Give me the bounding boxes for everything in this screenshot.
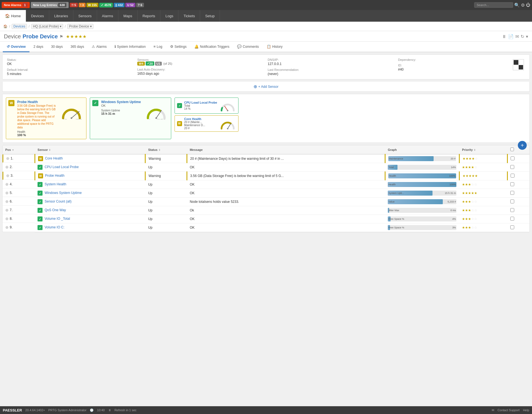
pause-button[interactable]: ⏸: [502, 34, 506, 39]
refresh-button[interactable]: ↻: [521, 34, 524, 39]
up-sensor-badge[interactable]: ✓ 20: [146, 61, 154, 66]
priority-stars[interactable]: ★★★★★: [462, 191, 477, 195]
nav-sensors[interactable]: Sensors: [73, 10, 97, 22]
drag-handle[interactable]: ⊕: [6, 173, 9, 178]
priority-stars[interactable]: ★★★☆☆: [462, 226, 477, 230]
new-alarms-button[interactable]: New Alarms 1: [2, 2, 30, 8]
priority-stars[interactable]: ★★★★☆: [462, 165, 477, 169]
checkbox-cell[interactable]: [508, 154, 529, 163]
sensor-name-link[interactable]: Windows System Uptime: [44, 191, 81, 195]
sensor-name-link[interactable]: CPU Load Local Probe: [44, 165, 79, 169]
row-checkbox[interactable]: [510, 165, 514, 169]
checkbox-cell[interactable]: [508, 223, 529, 232]
favorite-icon[interactable]: ⚑: [59, 34, 63, 39]
unknown-sensor-badge[interactable]: U 1: [155, 62, 162, 66]
row-checkbox[interactable]: [511, 156, 514, 160]
error-badge[interactable]: ! 3: [79, 3, 86, 7]
drag-handle[interactable]: ⊕: [5, 182, 9, 186]
priority-stars[interactable]: ★★★☆☆: [462, 217, 477, 221]
windows-uptime-name[interactable]: Windows System Uptime: [101, 100, 141, 104]
drag-handle[interactable]: ⊕: [6, 156, 9, 161]
sensor-name-link[interactable]: Volume IO C:: [44, 225, 64, 229]
cpu-name[interactable]: CPU Load Local Probe: [184, 101, 217, 104]
select-all-checkbox[interactable]: [510, 148, 514, 151]
nav-tickets[interactable]: Tickets: [178, 10, 200, 22]
breadcrumb-hq[interactable]: HQ (Local Probe) ▾: [31, 24, 63, 29]
priority-stars[interactable]: ★★★☆☆: [462, 200, 477, 204]
priority-stars[interactable]: ★★★☆☆: [462, 183, 477, 186]
sensor-name-link[interactable]: QoS One Way: [44, 208, 66, 212]
more-button[interactable]: ▾: [526, 34, 528, 39]
nav-reports[interactable]: Reports: [138, 10, 161, 22]
col-pos[interactable]: Pos ▼: [3, 145, 35, 154]
tab-365days[interactable]: 365 days: [67, 42, 88, 52]
nav-home[interactable]: 🏠 Home: [0, 10, 26, 22]
export-button[interactable]: 📄: [508, 34, 514, 39]
row-checkbox[interactable]: [510, 199, 514, 203]
tab-notifications[interactable]: 🔔 Notification Triggers: [190, 42, 233, 52]
drag-handle[interactable]: ⊕: [5, 191, 9, 195]
row-checkbox[interactable]: [510, 225, 514, 229]
row-checkbox[interactable]: [510, 191, 514, 195]
add-sensor-button[interactable]: ⊕ + Add Sensor: [253, 84, 278, 89]
log-entries-button[interactable]: New Log Entries 638: [31, 2, 69, 8]
nav-logs[interactable]: Logs: [160, 10, 178, 22]
power-button[interactable]: ⏻: [526, 3, 530, 8]
warning-badge[interactable]: W 155: [86, 3, 99, 7]
drag-handle[interactable]: ⊕: [5, 216, 9, 221]
checkbox-cell[interactable]: [508, 180, 529, 189]
tab-2days[interactable]: 2 days: [29, 42, 47, 52]
tab-alarms[interactable]: ⚠ Alarms: [88, 42, 110, 52]
up-badge[interactable]: ✓ 4578: [99, 3, 113, 8]
priority-stars[interactable]: ★★★★★: [463, 174, 478, 178]
drag-handle[interactable]: ⊕: [5, 208, 9, 212]
core-name[interactable]: Core Health: [184, 117, 217, 121]
email-button[interactable]: ✉: [515, 34, 519, 39]
breadcrumb-devices[interactable]: Devices: [12, 24, 27, 29]
add-sensor-fab[interactable]: +: [518, 141, 527, 150]
priority-stars[interactable]: ★★★★☆: [463, 157, 478, 161]
sensor-name-link[interactable]: Sensor Count (all): [44, 199, 71, 203]
tab-settings[interactable]: ⚙ Settings: [166, 42, 190, 52]
sensor-name-link[interactable]: Probe Health: [45, 174, 64, 178]
probe-health-name[interactable]: Probe Health: [17, 100, 56, 104]
checkbox-cell[interactable]: [508, 215, 529, 223]
nav-alarms[interactable]: Alarms: [97, 10, 118, 22]
col-priority[interactable]: Priority ⇕: [459, 145, 508, 154]
drag-handle[interactable]: ⊕: [5, 199, 9, 204]
sensor-name-link[interactable]: System Health: [44, 182, 66, 186]
checkbox-cell[interactable]: [508, 189, 529, 198]
col-sensor[interactable]: Sensor ⇕: [35, 145, 145, 154]
paused-badge[interactable]: || 432: [114, 3, 125, 7]
row-checkbox[interactable]: [510, 217, 514, 221]
warning-sensor-badge[interactable]: W 4: [137, 62, 145, 66]
nav-libraries[interactable]: Libraries: [49, 10, 73, 22]
tab-overview[interactable]: ↺ Overview: [3, 42, 29, 52]
tab-log[interactable]: ≡ Log: [150, 42, 166, 52]
tab-30days[interactable]: 30 days: [47, 42, 67, 52]
critical-badge[interactable]: !! 5: [70, 3, 78, 7]
nav-maps[interactable]: Maps: [118, 10, 138, 22]
checkbox-cell[interactable]: [508, 198, 529, 206]
checkbox-cell[interactable]: [508, 206, 529, 215]
device-name[interactable]: Probe Device: [23, 33, 58, 40]
search-button[interactable]: 🔍: [514, 3, 520, 8]
tab-comments[interactable]: 💬 Comments: [233, 42, 263, 52]
drag-handle[interactable]: ⊕: [5, 165, 9, 169]
checkbox-cell[interactable]: [508, 163, 529, 172]
nav-devices[interactable]: Devices: [26, 10, 49, 22]
breadcrumb-home-icon[interactable]: 🏠: [3, 24, 8, 28]
other-badge[interactable]: ? 6: [136, 3, 144, 7]
checkbox-cell[interactable]: [508, 172, 529, 180]
settings-button[interactable]: ⚙: [521, 3, 525, 8]
row-checkbox[interactable]: [511, 174, 514, 178]
tab-sysinfo[interactable]: ℹ System Information: [111, 42, 150, 52]
row-checkbox[interactable]: [510, 182, 514, 186]
sensor-name-link[interactable]: Volume IO _Total: [44, 217, 70, 221]
unknown-badge[interactable]: U 52: [125, 3, 135, 7]
priority-stars[interactable]: ★★★☆☆: [462, 208, 477, 212]
nav-setup[interactable]: Setup: [200, 10, 220, 22]
breadcrumb-probe-device[interactable]: Probe Device ▾: [67, 24, 93, 29]
col-status[interactable]: Status ⇕: [145, 145, 187, 154]
qr-code[interactable]: [513, 59, 524, 70]
